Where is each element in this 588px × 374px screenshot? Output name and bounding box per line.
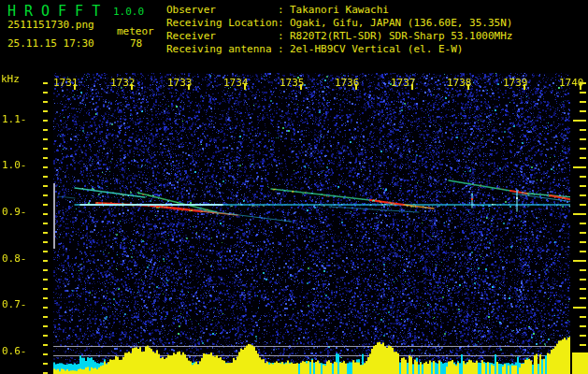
freq-tick-right [580, 297, 586, 299]
freq-tick-right [580, 316, 586, 318]
freq-tick-left [43, 316, 48, 318]
freq-tick-right [580, 251, 586, 252]
axes-overlay: 1731173217331734173517361737173817391740… [0, 0, 588, 374]
freq-tick-right [580, 279, 586, 280]
hrofft-screen: { "header": { "app_title": "HROFFT", "ap… [0, 0, 588, 374]
freq-tick-right [580, 325, 586, 327]
freq-tick-right [580, 129, 586, 131]
freq-tick-right [580, 232, 586, 234]
time-tick [355, 84, 357, 90]
freq-tick-left [43, 101, 48, 103]
freq-tick-left [43, 269, 48, 271]
freq-tick-right [580, 157, 586, 159]
freq-tick-left [43, 232, 48, 234]
freq-tick-left [43, 251, 48, 252]
time-tick [467, 84, 469, 90]
freq-tick-right [580, 148, 586, 150]
freq-tick-left [43, 157, 48, 159]
freq-tick-left [43, 110, 48, 112]
freq-tick-left [43, 288, 48, 290]
freq-tick-left [43, 307, 48, 309]
time-tick [580, 84, 581, 90]
time-tick [74, 84, 76, 90]
freq-tick-right [580, 176, 586, 178]
freq-tick-right [580, 335, 586, 337]
freq-tick-left [43, 129, 48, 131]
freq-tick-left [43, 120, 48, 122]
freq-tick-right [580, 185, 586, 187]
freq-tick-left [43, 260, 48, 262]
freq-tick-left [43, 185, 48, 187]
freq-tick-left [43, 213, 48, 215]
freq-tick-left [43, 353, 48, 355]
freq-tick-right [580, 269, 586, 271]
freq-tick-left [43, 204, 48, 206]
freq-tick-right-major [573, 307, 586, 309]
time-tick [300, 84, 302, 90]
freq-tick-left [43, 148, 48, 150]
freq-tick-right [580, 82, 586, 84]
freq-tick-right-major [573, 166, 586, 168]
freq-tick-right [580, 288, 586, 290]
freq-tick-left [43, 194, 48, 196]
freq-tick-left [43, 344, 48, 346]
freq-label: 0.9- [2, 206, 27, 218]
freq-tick-right-major [573, 260, 586, 262]
freq-tick-left [43, 166, 48, 168]
freq-label: 1.0- [2, 159, 27, 171]
freq-tick-left [43, 138, 48, 140]
freq-tick-left [43, 176, 48, 178]
time-tick [188, 84, 190, 90]
time-tick [131, 84, 133, 90]
freq-tick-right [580, 138, 586, 140]
freq-tick-left [43, 223, 48, 224]
freq-tick-left [43, 297, 48, 299]
freq-label: 0.8- [2, 252, 27, 265]
freq-tick-right-major [573, 120, 586, 122]
time-tick [411, 84, 413, 90]
freq-tick-left [43, 363, 48, 365]
freq-tick-left [43, 335, 48, 337]
freq-tick-left [43, 325, 48, 327]
freq-tick-left [43, 92, 48, 94]
time-tick [244, 84, 246, 90]
freq-tick-left [43, 241, 48, 243]
freq-tick-right [580, 241, 586, 243]
freq-tick-right-major [573, 213, 586, 215]
freq-tick-right [580, 92, 586, 94]
freq-tick-right [580, 194, 586, 196]
freq-tick-right [580, 204, 586, 206]
freq-tick-left [43, 279, 48, 280]
freq-tick-right [580, 223, 586, 224]
freq-tick-right [580, 110, 586, 112]
freq-tick-right [580, 344, 586, 346]
freq-label: 0.7- [2, 298, 27, 310]
freq-label: 1.1- [2, 113, 27, 125]
freq-tick-left [43, 82, 48, 84]
freq-axis-unit: kHz [1, 73, 20, 85]
freq-tick-right [580, 101, 586, 103]
freq-label: 0.6- [2, 345, 27, 357]
time-tick [523, 84, 525, 90]
